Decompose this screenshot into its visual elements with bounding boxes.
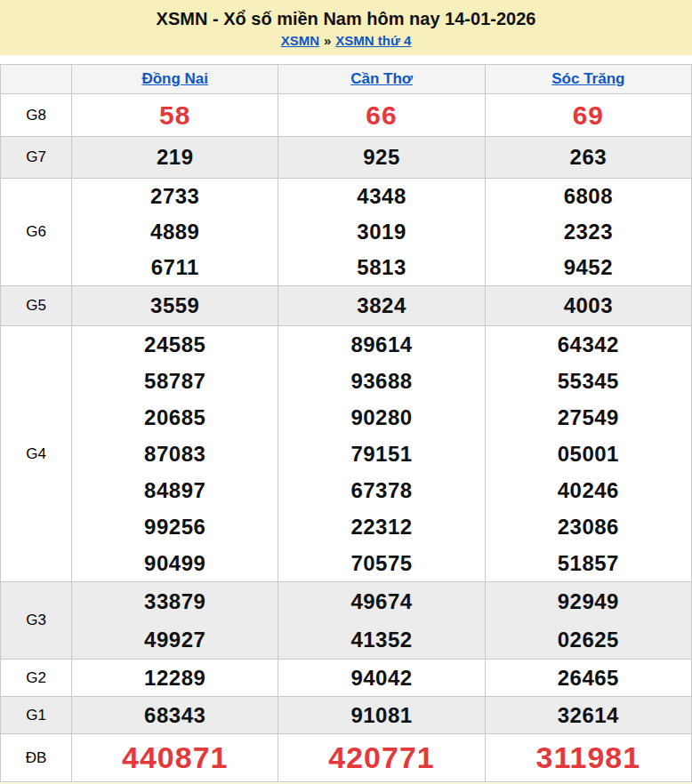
- prize-label-db: ĐB: [1, 734, 72, 782]
- prize-number: 3824: [357, 293, 406, 317]
- prize-number: 94042: [350, 666, 412, 690]
- table-row-g4: G4 24585 58787 20685 87083 84897 99256 9…: [1, 326, 692, 582]
- table-row-g2: G2 12289 94042 26465: [1, 660, 692, 697]
- prize-label-g2: G2: [1, 660, 72, 697]
- prize-label-g4: G4: [1, 326, 72, 582]
- prize-number: 79151: [278, 436, 484, 472]
- prize-number: 92949: [486, 582, 691, 620]
- prize-number: 24585: [72, 326, 278, 363]
- prize-number: 33879: [72, 582, 278, 620]
- prize-number-cell: 58: [72, 94, 278, 137]
- prize-number: 4003: [564, 293, 613, 317]
- results-table: Đồng Nai Cần Thơ Sóc Trăng G8 58 66 69 G…: [0, 64, 692, 782]
- prize-number: 3559: [150, 293, 199, 317]
- province-link-dong-nai[interactable]: Đồng Nai: [141, 70, 208, 87]
- table-row-g3: G3 33879 49927 49674 41352 92949 02625: [1, 582, 692, 660]
- prize-number: 91081: [350, 703, 412, 727]
- prize-number-cell: 925: [278, 137, 485, 179]
- prize-number-cell: 49674 41352: [278, 582, 485, 660]
- prize-number: 87083: [72, 436, 278, 472]
- breadcrumb: XSMN»XSMN thứ 4: [0, 32, 692, 50]
- table-row-g1: G1 68343 91081 32614: [1, 697, 692, 734]
- prize-number: 6711: [72, 250, 278, 285]
- prize-number: 12289: [144, 666, 205, 690]
- prize-number: 99256: [72, 508, 278, 545]
- prize-number: 9452: [486, 250, 691, 285]
- prize-number: 49674: [278, 582, 484, 620]
- prize-number-cell: 3824: [278, 286, 485, 326]
- prize-number: 89614: [278, 326, 484, 363]
- prize-number-cell: 68343: [72, 697, 278, 734]
- prize-number: 49927: [72, 620, 278, 659]
- prize-label-g1: G1: [1, 697, 72, 734]
- prize-number-cell: 32614: [485, 697, 691, 734]
- prize-label-g8: G8: [1, 94, 72, 137]
- prize-number: 5813: [278, 250, 484, 285]
- table-row-g6: G6 2733 4889 6711 4348 3019 5813 6808 23…: [1, 179, 692, 286]
- breadcrumb-link-xsmn-thu4[interactable]: XSMN thứ 4: [335, 33, 411, 48]
- column-header-soc-trang: Sóc Trăng: [485, 65, 691, 94]
- prize-number-cell: 33879 49927: [72, 582, 278, 660]
- prize-number: 4889: [72, 214, 278, 250]
- prize-label-g3: G3: [1, 582, 72, 660]
- prize-number: 68343: [144, 703, 205, 727]
- prize-number: 2323: [486, 214, 691, 250]
- prize-number: 219: [157, 145, 194, 169]
- prize-number: 2733: [72, 179, 278, 214]
- prize-number: 70575: [278, 545, 484, 581]
- prize-number: 69: [573, 100, 604, 130]
- prize-number: 66: [366, 100, 397, 130]
- corner-cell: [1, 65, 72, 94]
- prize-number-cell: 12289: [72, 660, 278, 697]
- prize-number-cell: 66: [278, 94, 485, 137]
- column-header-dong-nai: Đồng Nai: [72, 65, 278, 94]
- prize-number: 40246: [486, 472, 691, 508]
- prize-number: 27549: [486, 399, 691, 436]
- results-table-container: Đồng Nai Cần Thơ Sóc Trăng G8 58 66 69 G…: [0, 64, 692, 782]
- prize-number-cell: 219: [72, 137, 278, 179]
- prize-number: 58787: [72, 363, 278, 399]
- prize-label-g5: G5: [1, 286, 72, 326]
- province-link-can-tho[interactable]: Cần Thơ: [350, 70, 413, 87]
- prize-number-cell: 6808 2323 9452: [485, 179, 691, 286]
- province-link-soc-trang[interactable]: Sóc Trăng: [551, 70, 624, 87]
- prize-number: 20685: [72, 399, 278, 436]
- prize-label-g6: G6: [1, 179, 72, 286]
- prize-number: 84897: [72, 472, 278, 508]
- prize-number-special: 311981: [536, 740, 641, 774]
- table-header-row: Đồng Nai Cần Thơ Sóc Trăng: [1, 65, 692, 94]
- prize-number: 55345: [486, 363, 691, 399]
- table-row-g7: G7 219 925 263: [1, 137, 692, 179]
- prize-number-cell: 440871: [72, 734, 278, 782]
- prize-number: 90499: [72, 545, 278, 581]
- prize-number: 64342: [486, 326, 691, 363]
- prize-number-cell: 69: [485, 94, 691, 137]
- page-title: XSMN - Xổ số miền Nam hôm nay 14-01-2026: [0, 7, 692, 30]
- prize-number-cell: 420771: [278, 734, 485, 782]
- prize-number: 51857: [486, 545, 691, 581]
- prize-number-cell: 311981: [485, 734, 691, 782]
- prize-number-cell: 89614 93688 90280 79151 67378 22312 7057…: [278, 326, 485, 582]
- breadcrumb-link-xsmn[interactable]: XSMN: [281, 33, 319, 48]
- prize-number: 41352: [278, 620, 484, 659]
- breadcrumb-separator: »: [319, 33, 335, 48]
- prize-number: 02625: [486, 620, 691, 659]
- prize-number: 26465: [558, 666, 619, 690]
- prize-number: 3019: [278, 214, 484, 250]
- prize-number-cell: 64342 55345 27549 05001 40246 23086 5185…: [485, 326, 691, 582]
- prize-number: 67378: [278, 472, 484, 508]
- prize-number-special: 440871: [122, 740, 228, 774]
- prize-number: 93688: [278, 363, 484, 399]
- prize-number: 58: [159, 100, 190, 130]
- prize-number: 263: [570, 145, 608, 169]
- prize-number-cell: 4348 3019 5813: [278, 179, 485, 286]
- prize-number: 23086: [486, 508, 691, 545]
- prize-number: 6808: [486, 179, 691, 214]
- prize-number: 22312: [278, 508, 484, 545]
- prize-number-cell: 26465: [485, 660, 691, 697]
- prize-number: 90280: [278, 399, 484, 436]
- prize-number-cell: 3559: [72, 286, 278, 326]
- prize-number: 05001: [486, 436, 691, 472]
- prize-number-cell: 4003: [485, 286, 691, 326]
- prize-number: 925: [363, 145, 400, 169]
